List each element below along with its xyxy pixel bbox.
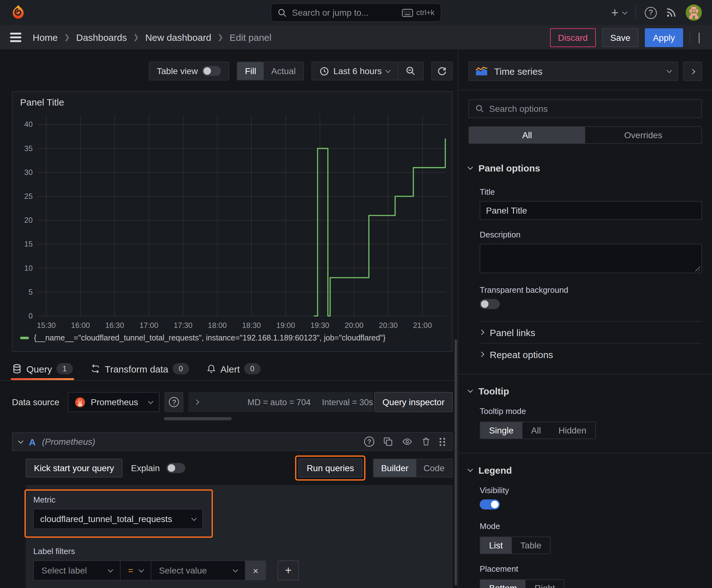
collapse-query-icon[interactable] — [18, 438, 24, 443]
legend-placement-right[interactable]: Right — [526, 580, 564, 588]
code-option[interactable]: Code — [416, 459, 452, 477]
legend-placement-bottom[interactable]: Bottom — [480, 580, 526, 588]
resize-handle-icon[interactable] — [694, 266, 700, 271]
datasource-help-button[interactable]: ? — [165, 392, 184, 412]
metric-value: cloudflared_tunnel_total_requests — [40, 514, 172, 524]
time-series-panel[interactable]: Panel Title 051015202530354015:3016:0016… — [12, 91, 453, 352]
breadcrumb-new-dashboard[interactable]: New dashboard — [145, 32, 211, 43]
operator-dropdown[interactable]: = — [121, 561, 151, 580]
collapse-options-button[interactable] — [696, 30, 702, 45]
apply-button[interactable]: Apply — [645, 28, 683, 47]
time-range-picker[interactable]: Last 6 hours — [312, 62, 397, 80]
options-search[interactable] — [468, 99, 702, 118]
explain-switch[interactable] — [166, 463, 185, 473]
svg-text:19:00: 19:00 — [276, 321, 295, 330]
tab-overrides[interactable]: Overrides — [585, 127, 701, 143]
legend-mode-table[interactable]: Table — [512, 537, 550, 553]
tooltip-mode-all[interactable]: All — [522, 422, 550, 439]
chevron-down-icon — [667, 68, 672, 73]
table-view-switch[interactable] — [202, 66, 221, 76]
section-legend-label: Legend — [478, 465, 512, 476]
chevron-down-icon — [139, 567, 144, 572]
table-view-toggle[interactable]: Table view — [149, 62, 229, 80]
remove-filter-button[interactable]: × — [245, 561, 265, 580]
news-rss-button[interactable] — [666, 7, 677, 18]
builder-option[interactable]: Builder — [373, 459, 416, 477]
menu-toggle-icon[interactable] — [10, 33, 21, 42]
chevron-down-icon — [148, 399, 153, 404]
legend-mode-label: Mode — [480, 521, 702, 531]
svg-text:5: 5 — [28, 288, 33, 296]
add-new-button[interactable]: + — [611, 5, 627, 20]
query-inspector-button[interactable]: Query inspector — [374, 392, 453, 412]
duplicate-query-icon[interactable] — [383, 437, 393, 447]
actual-option[interactable]: Actual — [264, 62, 303, 80]
grafana-logo-icon[interactable] — [10, 4, 26, 21]
select-value-dropdown[interactable]: Select value — [151, 561, 245, 580]
tab-query[interactable]: Query 1 — [12, 363, 73, 380]
toggle-viz-picker-button[interactable] — [683, 62, 702, 81]
transparent-bg-switch[interactable] — [480, 299, 500, 309]
delete-query-icon[interactable] — [421, 437, 431, 447]
grafana-app: ctrl+k + ? — [0, 0, 712, 588]
section-panel-options[interactable]: Panel options — [458, 151, 712, 177]
zoom-out-button[interactable] — [398, 62, 423, 80]
keyboard-icon — [402, 8, 413, 17]
drag-handle-icon[interactable] — [439, 437, 446, 446]
metric-select[interactable]: cloudflared_tunnel_total_requests — [33, 509, 203, 529]
tooltip-mode-single[interactable]: Single — [480, 422, 522, 439]
title-field-label: Title — [480, 187, 702, 197]
svg-text:15: 15 — [24, 240, 33, 248]
fill-actual-group: Fill Actual — [237, 62, 304, 80]
refresh-button[interactable] — [431, 62, 453, 80]
query-row-header[interactable]: A (Prometheus) ? — [12, 432, 453, 451]
legend-mode-list[interactable]: List — [480, 537, 512, 553]
repeat-options-section[interactable]: Repeat options — [480, 344, 702, 365]
horizontal-scrollbar[interactable] — [164, 417, 232, 420]
panel-title-input[interactable] — [480, 201, 702, 220]
visualization-picker[interactable]: Time series — [468, 62, 678, 81]
datasource-label: Data source — [12, 397, 63, 407]
operator-value: = — [128, 565, 133, 575]
legend-visibility-switch[interactable] — [480, 499, 500, 509]
tab-all-options[interactable]: All — [469, 127, 585, 143]
breadcrumb: Home ❯ Dashboards ❯ New dashboard ❯ Edit… — [33, 32, 272, 43]
metric-annotation: Metric cloudflared_tunnel_total_requests — [24, 489, 213, 538]
kick-start-query-button[interactable]: Kick start your query — [26, 459, 122, 478]
global-search[interactable]: ctrl+k — [271, 3, 441, 22]
query-toolbar: Kick start your query Explain Run querie… — [26, 456, 453, 481]
breadcrumb-home[interactable]: Home — [33, 32, 58, 43]
fill-option[interactable]: Fill — [237, 62, 264, 80]
discard-button[interactable]: Discard — [550, 28, 596, 47]
tab-alert[interactable]: Alert 0 — [207, 363, 261, 380]
breadcrumb-edit-panel: Edit panel — [230, 32, 271, 43]
panel-links-section[interactable]: Panel links — [480, 322, 702, 343]
tooltip-mode-hidden[interactable]: Hidden — [550, 422, 595, 439]
section-tooltip[interactable]: Tooltip — [458, 374, 712, 400]
options-scroll-area: Panel options Title Description — [458, 144, 712, 588]
breadcrumb-dashboards[interactable]: Dashboards — [76, 32, 127, 43]
chart-legend[interactable]: {__name__="cloudflared_tunnel_total_requ… — [13, 332, 452, 344]
help-button[interactable]: ? — [645, 6, 657, 19]
datasource-picker[interactable]: Prometheus — [68, 392, 160, 412]
tab-transform-data[interactable]: Transform data 0 — [90, 363, 189, 380]
options-search-input[interactable] — [489, 104, 695, 114]
svg-text:25: 25 — [24, 192, 33, 201]
panel-description-textarea[interactable] — [480, 244, 702, 273]
legend-swatch — [20, 337, 29, 339]
select-label-placeholder: Select label — [41, 565, 87, 575]
vertical-scrollbar[interactable] — [455, 339, 457, 586]
run-queries-button[interactable]: Run queries — [299, 459, 362, 478]
query-options-bar[interactable]: MD = auto = 704 Interval = 30s — [189, 392, 373, 412]
user-avatar[interactable] — [686, 4, 702, 21]
save-button[interactable]: Save — [602, 28, 639, 47]
global-search-input[interactable] — [292, 7, 397, 18]
hide-query-icon[interactable] — [402, 437, 412, 447]
query-help-icon[interactable]: ? — [364, 437, 374, 447]
section-legend[interactable]: Legend — [458, 454, 712, 479]
options-tabs: All Overrides — [468, 126, 702, 144]
chevron-down-icon — [468, 165, 473, 170]
time-range-label: Last 6 hours — [333, 66, 382, 76]
select-label-dropdown[interactable]: Select label — [34, 561, 121, 580]
add-filter-button[interactable]: + — [278, 560, 299, 581]
